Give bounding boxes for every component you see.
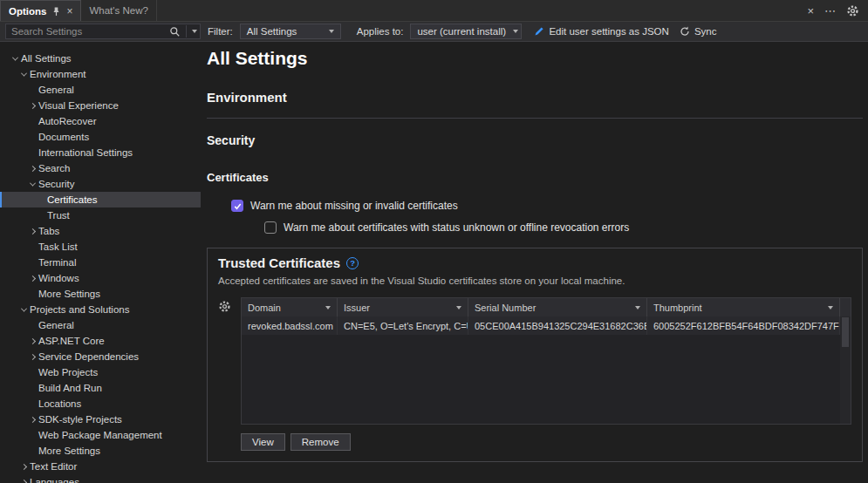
column-header-issuer[interactable]: Issuer: [338, 298, 468, 316]
tree-item-visual-experience[interactable]: Visual Experience: [0, 98, 201, 113]
column-header-serial-number[interactable]: Serial Number: [468, 298, 647, 316]
tree-item-tabs[interactable]: Tabs: [0, 223, 201, 239]
tree-item-windows[interactable]: Windows: [0, 270, 201, 286]
chevron-right-icon[interactable]: [29, 165, 35, 171]
chevron-right-icon[interactable]: [20, 463, 26, 469]
tree-item-label: More Settings: [38, 446, 100, 456]
checkmark-icon: [233, 201, 243, 211]
tab-close-icon[interactable]: ×: [66, 6, 72, 17]
tree-item-autorecover[interactable]: AutoRecover: [0, 113, 201, 129]
tree-item-label: Documents: [38, 132, 89, 142]
trusted-certificates-description: Accepted certificates are saved in the V…: [218, 276, 851, 286]
page-title: All Settings: [207, 48, 863, 69]
chevron-down-icon[interactable]: [11, 54, 17, 60]
chevron-down-icon[interactable]: [20, 70, 26, 76]
tree-item-web-projects[interactable]: Web Projects: [0, 364, 201, 380]
tree-item-general[interactable]: General: [0, 82, 201, 98]
tree-item-all-settings[interactable]: All Settings: [0, 51, 201, 66]
more-options-icon[interactable]: ⋯: [824, 5, 836, 17]
table-settings-gear-icon[interactable]: [218, 300, 231, 313]
sync-button[interactable]: Sync: [680, 26, 717, 37]
tree-item-label: Locations: [38, 398, 81, 409]
tree-item-certificates[interactable]: Certificates: [0, 192, 201, 207]
chevron-down-icon[interactable]: [20, 305, 26, 311]
table-row[interactable]: revoked.badssl.comCN=E5, O=Let's Encrypt…: [242, 316, 840, 335]
chevron-down-icon[interactable]: [29, 180, 35, 186]
tree-item-asp-net-core[interactable]: ASP.NET Core: [0, 333, 201, 349]
tree-item-label: Trust: [47, 210, 70, 221]
tree-item-trust[interactable]: Trust: [0, 207, 201, 223]
warn-missing-certificates-checkbox[interactable]: [231, 200, 243, 212]
tree-item-label: ASP.NET Core: [38, 336, 105, 346]
search-box[interactable]: [5, 24, 201, 39]
chevron-right-icon[interactable]: [29, 337, 35, 344]
applies-to-dropdown[interactable]: user (current install): [410, 24, 522, 39]
column-filter-chevron-icon[interactable]: [325, 306, 331, 310]
edit-json-button[interactable]: Edit user settings as JSON: [534, 26, 668, 37]
tab-options-label: Options: [9, 6, 46, 17]
column-header-domain[interactable]: Domain: [242, 298, 338, 316]
tree-item-more-settings[interactable]: More Settings: [0, 286, 201, 302]
table-scrollbar[interactable]: [840, 316, 851, 424]
tree-item-security[interactable]: Security: [0, 176, 201, 192]
tree-item-sdk-style-projects[interactable]: SDK-style Projects: [0, 412, 201, 427]
search-input[interactable]: [11, 26, 167, 37]
tree-item-label: Web Package Management: [38, 430, 162, 440]
remove-button[interactable]: Remove: [290, 433, 351, 451]
tree-item-more-settings[interactable]: More Settings: [0, 443, 201, 459]
tree-item-task-list[interactable]: Task List: [0, 239, 201, 255]
chevron-right-icon[interactable]: [29, 102, 35, 108]
tree-item-terminal[interactable]: Terminal: [0, 255, 201, 270]
certificates-table-body: revoked.badssl.comCN=E5, O=Let's Encrypt…: [242, 316, 851, 424]
tree-item-text-editor[interactable]: Text Editor: [0, 459, 201, 474]
chevron-slot: [26, 167, 38, 171]
chevron-slot: [26, 418, 38, 422]
gear-icon[interactable]: [846, 4, 859, 17]
chevron-slot: [17, 480, 30, 483]
tree-item-web-package-management[interactable]: Web Package Management: [0, 427, 201, 443]
tree-item-international-settings[interactable]: International Settings: [0, 145, 201, 160]
tree-item-locations[interactable]: Locations: [0, 396, 201, 412]
search-dropdown-chevron-icon[interactable]: [189, 30, 200, 33]
dropdown-chevron-icon: [329, 30, 334, 33]
column-filter-chevron-icon[interactable]: [456, 306, 461, 310]
tree-item-label: General: [38, 85, 74, 95]
chevron-right-icon[interactable]: [29, 416, 35, 422]
filter-dropdown[interactable]: All Settings: [240, 24, 341, 39]
column-filter-chevron-icon[interactable]: [828, 306, 833, 310]
tree-item-languages[interactable]: Languages: [0, 474, 201, 483]
tree-item-projects-and-solutions[interactable]: Projects and Solutions: [0, 302, 201, 317]
chevron-right-icon[interactable]: [20, 479, 26, 483]
cell-thumbprint: 6005252F612BFB54F64BDF08342DF747FB56C2B1: [647, 316, 840, 335]
chevron-right-icon[interactable]: [29, 353, 35, 359]
pin-icon[interactable]: [51, 6, 61, 17]
search-icon[interactable]: [167, 26, 183, 37]
certificates-table-area: DomainIssuerSerial NumberThumbprint revo…: [218, 297, 851, 425]
view-button[interactable]: View: [241, 433, 285, 451]
tab-bar-spacer: [157, 0, 799, 21]
tab-whats-new[interactable]: What's New?: [81, 0, 156, 21]
table-scrollbar-thumb[interactable]: [842, 317, 849, 347]
warn-missing-certificates-row: Warn me about missing or invalid certifi…: [231, 200, 863, 212]
tree-item-label: Service Dependencies: [38, 351, 139, 362]
tree-item-label: Web Projects: [38, 367, 98, 378]
tree-item-service-dependencies[interactable]: Service Dependencies: [0, 349, 201, 364]
edit-pencil-icon: [534, 26, 544, 37]
warn-status-unknown-checkbox[interactable]: [264, 221, 277, 234]
tree-item-build-and-run[interactable]: Build And Run: [0, 380, 201, 396]
chevron-slot: [26, 229, 38, 234]
tree-item-search[interactable]: Search: [0, 160, 201, 176]
tree-item-label: More Settings: [38, 289, 100, 299]
column-header-thumbprint[interactable]: Thumbprint: [647, 298, 840, 316]
help-icon[interactable]: ?: [346, 257, 359, 269]
column-filter-chevron-icon[interactable]: [635, 306, 640, 310]
tab-options[interactable]: Options ×: [0, 0, 81, 21]
close-icon[interactable]: ×: [807, 5, 814, 17]
tree-item-environment[interactable]: Environment: [0, 66, 201, 82]
chevron-right-icon[interactable]: [29, 275, 35, 281]
tree-item-documents[interactable]: Documents: [0, 129, 201, 145]
tree-item-label: AutoRecover: [38, 116, 96, 126]
tree-item-general[interactable]: General: [0, 317, 201, 333]
chevron-slot: [17, 465, 30, 469]
chevron-right-icon[interactable]: [29, 228, 35, 234]
